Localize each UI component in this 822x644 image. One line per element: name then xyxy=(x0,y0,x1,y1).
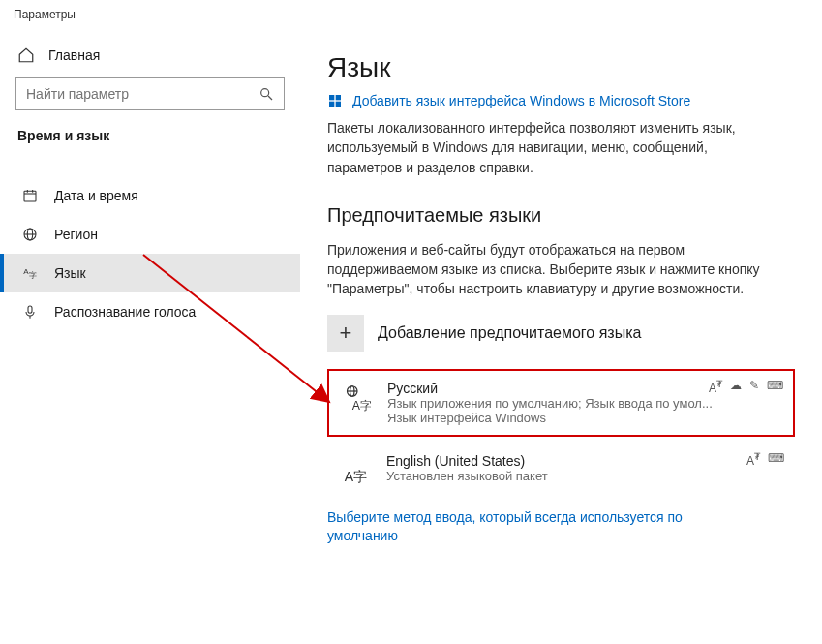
home-label: Главная xyxy=(48,47,100,63)
page-heading: Язык xyxy=(327,52,795,83)
text-to-speech-icon: A₮ xyxy=(709,379,722,395)
search-icon xyxy=(259,86,274,102)
language-name: English (United States) xyxy=(386,453,782,469)
sidebar-item-label: Регион xyxy=(54,227,98,242)
language-pack-icon: A字 xyxy=(341,381,374,425)
sidebar: Главная Время и язык Дата и время Регион xyxy=(0,29,300,644)
keyboard-icon: ⌨ xyxy=(768,451,784,468)
svg-rect-15 xyxy=(329,102,334,107)
search-input[interactable] xyxy=(26,86,259,102)
keyboard-icon: ⌨ xyxy=(767,379,783,395)
sidebar-item-speech[interactable]: Распознавание голоса xyxy=(0,292,300,331)
globe-icon xyxy=(21,227,39,242)
language-item-english[interactable]: A字 English (United States) Установлен яз… xyxy=(327,443,795,495)
store-link[interactable]: Добавить язык интерфейса Windows в Micro… xyxy=(327,93,795,108)
window-title: Параметры xyxy=(0,0,822,29)
home-button[interactable]: Главная xyxy=(0,37,300,77)
language-subtitle: Язык приложения по умолчанию; Язык ввода… xyxy=(387,396,746,411)
search-box[interactable] xyxy=(15,77,285,110)
language-feature-badges: A₮ ☁ ✎ ⌨ xyxy=(709,379,783,395)
sidebar-item-region[interactable]: Регион xyxy=(0,215,300,254)
language-pack-icon: A字 xyxy=(340,453,373,484)
language-feature-badges: A₮ ⌨ xyxy=(746,451,784,468)
svg-rect-14 xyxy=(336,95,341,100)
sidebar-section-title: Время и язык xyxy=(0,128,300,153)
svg-rect-13 xyxy=(329,95,334,100)
store-link-label: Добавить язык интерфейса Windows в Micro… xyxy=(352,93,690,108)
language-item-russian[interactable]: A字 Русский Язык приложения по умолчанию;… xyxy=(327,369,795,437)
svg-text:字: 字 xyxy=(29,271,37,280)
language-subtitle: Установлен языковой пакет xyxy=(386,469,745,483)
language-subtitle-2: Язык интерфейса Windows xyxy=(387,411,781,425)
svg-text:A字: A字 xyxy=(345,468,367,483)
add-language-button[interactable]: + Добавление предпочитаемого языка xyxy=(327,315,795,352)
calendar-icon xyxy=(21,188,39,203)
content-panel: Язык Добавить язык интерфейса Windows в … xyxy=(300,29,822,644)
text-to-speech-icon: A₮ xyxy=(746,451,760,468)
speech-icon: ☁ xyxy=(730,379,742,395)
sidebar-item-label: Распознавание голоса xyxy=(54,304,196,320)
add-language-label: Добавление предпочитаемого языка xyxy=(378,324,641,342)
home-icon xyxy=(17,46,35,64)
svg-text:A字: A字 xyxy=(352,399,371,412)
store-icon xyxy=(327,93,343,108)
sidebar-nav: Дата и время Регион A字 Язык Распознавани… xyxy=(0,176,300,331)
svg-point-0 xyxy=(261,89,269,97)
svg-line-1 xyxy=(268,96,272,100)
svg-rect-2 xyxy=(24,191,36,201)
sidebar-item-datetime[interactable]: Дата и время xyxy=(0,176,300,215)
preferred-languages-heading: Предпочитаемые языки xyxy=(327,204,795,227)
default-input-method-link[interactable]: Выберите метод ввода, который всегда исп… xyxy=(327,508,753,546)
microphone-icon xyxy=(21,304,39,320)
svg-rect-16 xyxy=(336,102,341,107)
sidebar-item-label: Язык xyxy=(54,265,86,281)
svg-rect-11 xyxy=(28,306,32,313)
plus-icon: + xyxy=(327,315,364,352)
language-pack-description: Пакеты локализованного интерфейса позвол… xyxy=(327,118,773,177)
language-icon: A字 xyxy=(21,265,39,281)
handwriting-icon: ✎ xyxy=(749,379,759,395)
preferred-languages-description: Приложения и веб-сайты будут отображатьс… xyxy=(327,240,773,299)
sidebar-item-label: Дата и время xyxy=(54,188,138,203)
sidebar-item-language[interactable]: A字 Язык xyxy=(0,254,300,292)
